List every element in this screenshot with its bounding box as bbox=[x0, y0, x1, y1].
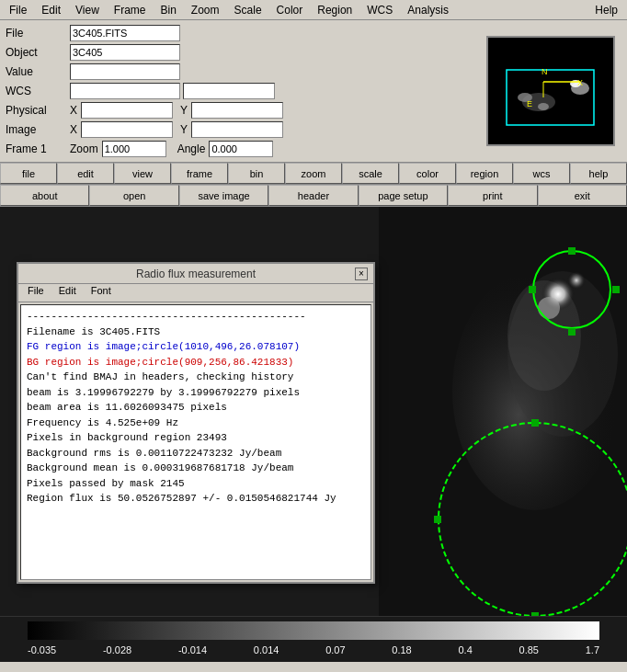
menu-region[interactable]: Region bbox=[310, 2, 359, 18]
dialog-close-button[interactable]: × bbox=[355, 268, 368, 280]
svg-point-17 bbox=[567, 271, 586, 290]
zoom-row: Frame 1 Zoom Angle bbox=[6, 140, 479, 158]
menu-wcs[interactable]: WCS bbox=[359, 2, 400, 18]
dialog-line: beam area is 11.6026093475 pixels bbox=[27, 400, 365, 416]
image-x-input[interactable] bbox=[81, 121, 173, 138]
tb-print[interactable]: print bbox=[448, 185, 537, 206]
wcs-input1[interactable] bbox=[70, 83, 180, 99]
value-row: Value bbox=[6, 63, 479, 81]
info-panel: File Object Value WCS Physical X Y bbox=[0, 20, 627, 163]
svg-text:E: E bbox=[527, 99, 532, 108]
preview-svg: E X N bbox=[488, 38, 615, 146]
physical-x-input[interactable] bbox=[81, 102, 173, 119]
tb-edit[interactable]: edit bbox=[57, 163, 114, 184]
menu-edit[interactable]: Edit bbox=[34, 2, 68, 18]
svg-text:X: X bbox=[577, 78, 583, 87]
tb-wcs[interactable]: wcs bbox=[513, 163, 570, 184]
tb-open[interactable]: open bbox=[89, 185, 178, 206]
physical-label: Physical bbox=[6, 104, 70, 117]
menu-analysis[interactable]: Analysis bbox=[400, 2, 456, 18]
fits-preview: E X N bbox=[486, 36, 615, 146]
tb-zoom[interactable]: zoom bbox=[285, 163, 342, 184]
zoom-label-text: Zoom bbox=[70, 142, 98, 155]
dialog-line: Pixels passed by mask 2145 bbox=[27, 476, 365, 492]
dialog-menu-font[interactable]: Font bbox=[84, 284, 119, 302]
dialog-line: Background mean is 0.000319687681718 Jy/… bbox=[27, 461, 365, 476]
menu-help[interactable]: Help bbox=[587, 2, 625, 18]
dialog-line: FG region is image;circle(1010,496,26.07… bbox=[27, 339, 365, 355]
svg-point-3 bbox=[538, 103, 549, 110]
tb-color[interactable]: color bbox=[399, 163, 456, 184]
value-input[interactable] bbox=[70, 63, 180, 80]
menu-bin[interactable]: Bin bbox=[154, 2, 184, 18]
menu-zoom[interactable]: Zoom bbox=[184, 2, 227, 18]
radio-flux-dialog: Radio flux measurement × File Edit Font … bbox=[17, 262, 375, 584]
svg-rect-20 bbox=[568, 247, 576, 255]
tb-frame[interactable]: frame bbox=[171, 163, 228, 184]
colorbar bbox=[28, 621, 599, 640]
colorbar-label: 0.18 bbox=[392, 644, 411, 655]
tb-exit[interactable]: exit bbox=[538, 185, 627, 206]
physical-x-label: X bbox=[70, 104, 77, 117]
tb-help[interactable]: help bbox=[570, 163, 627, 184]
ds9-image-svg bbox=[379, 207, 627, 616]
svg-rect-22 bbox=[529, 286, 536, 293]
svg-point-18 bbox=[538, 297, 560, 319]
tb-file[interactable]: file bbox=[0, 163, 57, 184]
dialog-line: Filename is 3C405.FITS bbox=[27, 325, 365, 340]
svg-rect-27 bbox=[434, 516, 441, 523]
colorbar-area: -0.035-0.028-0.0140.0140.070.180.40.851.… bbox=[0, 616, 627, 662]
dialog-line: BG region is image;circle(909,256,86.421… bbox=[27, 355, 365, 370]
colorbar-label: 0.85 bbox=[519, 644, 539, 655]
dialog-line: Pixels in background region 23493 bbox=[27, 430, 365, 446]
dialog-menu-bar: File Edit Font bbox=[18, 284, 373, 302]
wcs-row: WCS bbox=[6, 82, 479, 100]
angle-input[interactable] bbox=[209, 141, 273, 157]
value-label: Value bbox=[6, 65, 70, 78]
ds9-canvas bbox=[379, 207, 627, 616]
image-y-input[interactable] bbox=[191, 121, 283, 138]
fits-preview-container: E X N bbox=[479, 24, 621, 158]
colorbar-labels: -0.035-0.028-0.0140.0140.070.180.40.851.… bbox=[0, 644, 627, 655]
menu-color[interactable]: Color bbox=[269, 2, 311, 18]
wcs-label: WCS bbox=[6, 85, 70, 97]
menu-view[interactable]: View bbox=[68, 2, 107, 18]
dialog-titlebar: Radio flux measurement × bbox=[18, 264, 373, 284]
file-row: File bbox=[6, 24, 479, 42]
tb-bin[interactable]: bin bbox=[228, 163, 285, 184]
wcs-input2[interactable] bbox=[183, 83, 275, 99]
colorbar-label: -0.014 bbox=[178, 644, 207, 655]
physical-y-label: Y bbox=[180, 104, 188, 117]
dialog-menu-file[interactable]: File bbox=[20, 284, 51, 302]
menu-scale[interactable]: Scale bbox=[227, 2, 269, 18]
colorbar-label: -0.035 bbox=[28, 644, 56, 655]
object-row: Object bbox=[6, 43, 479, 62]
physical-y-input[interactable] bbox=[191, 102, 283, 119]
main-image-area: Radio flux measurement × File Edit Font … bbox=[0, 207, 627, 616]
menu-frame[interactable]: Frame bbox=[107, 2, 154, 18]
zoom-input[interactable] bbox=[102, 141, 166, 157]
tb-save-image[interactable]: save image bbox=[179, 185, 268, 206]
menu-file[interactable]: File bbox=[2, 2, 34, 18]
dialog-line: beam is 3.19996792279 by 3.19996792279 p… bbox=[27, 385, 365, 401]
toolbar-row-2: about open save image header page setup … bbox=[0, 185, 627, 207]
object-label: Object bbox=[6, 46, 70, 59]
svg-rect-25 bbox=[531, 419, 539, 427]
dialog-title: Radio flux measurement bbox=[37, 268, 355, 280]
tb-region[interactable]: region bbox=[456, 163, 513, 184]
tb-about[interactable]: about bbox=[0, 185, 89, 206]
menu-bar: File Edit View Frame Bin Zoom Scale Colo… bbox=[0, 0, 627, 20]
angle-label-text: Angle bbox=[177, 142, 206, 155]
tb-page-setup[interactable]: page setup bbox=[359, 185, 448, 206]
image-y-label: Y bbox=[180, 123, 188, 136]
dialog-content[interactable]: ----------------------------------------… bbox=[20, 304, 371, 580]
object-input[interactable] bbox=[70, 44, 180, 61]
tb-scale[interactable]: scale bbox=[342, 163, 399, 184]
colorbar-label: 0.07 bbox=[325, 644, 345, 655]
dialog-line: Region flux is 50.0526752897 +/- 0.01505… bbox=[27, 491, 365, 507]
tb-header[interactable]: header bbox=[268, 185, 358, 206]
dialog-menu-edit[interactable]: Edit bbox=[51, 284, 84, 302]
dialog-line: ----------------------------------------… bbox=[27, 309, 365, 325]
file-input[interactable] bbox=[70, 25, 180, 41]
tb-view[interactable]: view bbox=[114, 163, 171, 184]
